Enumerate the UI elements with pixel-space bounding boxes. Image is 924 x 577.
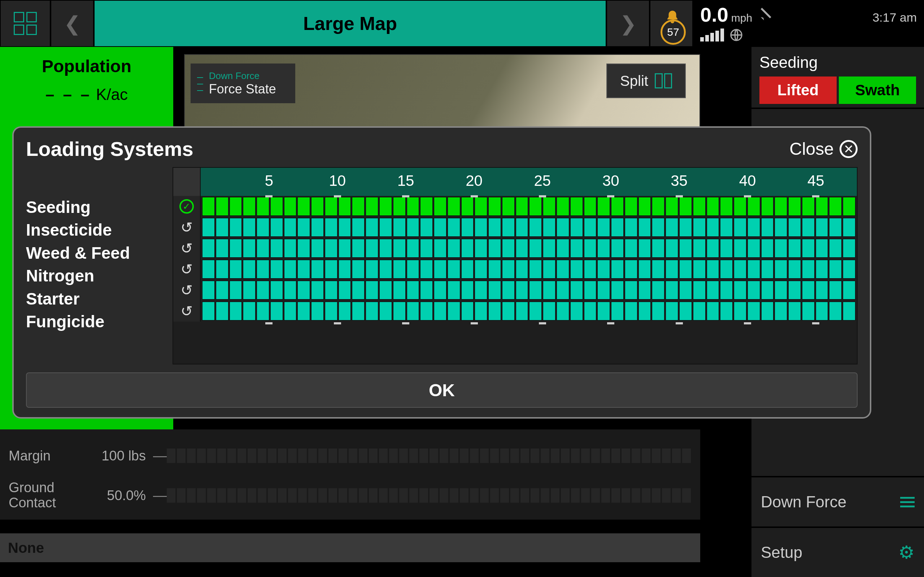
grid-cell [448,302,460,321]
grid-cell [584,260,597,279]
grid-cell [379,260,392,279]
system-label: Starter [26,288,170,310]
grid-cell [434,302,447,321]
grid-cell [502,302,515,321]
grid-cell [297,302,310,321]
grid-cell [407,218,419,237]
grid-cell [461,239,474,258]
grid-cell [339,281,351,300]
grid-cell [379,197,392,216]
grid-cell [774,260,787,279]
grid-cell [652,218,664,237]
grid-cell [516,197,529,216]
grid-cell [556,302,569,321]
grid-cell [243,218,256,237]
grid-cell [516,281,529,300]
grid-cell [761,281,774,300]
grid-cell [216,260,229,279]
column-header: 35 [671,172,688,189]
grid-cell [339,260,351,279]
grid-cell [693,218,706,237]
grid-cell [720,302,733,321]
grid-cell [516,260,529,279]
system-label: Insecticide [26,219,170,242]
grid-cell [693,302,706,321]
grid-cell [325,218,337,237]
close-button[interactable]: Close ✕ [789,139,858,159]
grid-cell [489,302,501,321]
grid-cell [843,281,855,300]
grid-cell [816,239,828,258]
grid-cell [748,281,760,300]
grid-cell [393,260,406,279]
grid-cell [502,218,515,237]
grid-cell [707,281,719,300]
grid-cell [816,218,828,237]
grid-cell [325,197,337,216]
grid-cell [788,218,801,237]
grid-cell [529,197,542,216]
column-header: 30 [602,172,619,189]
grid-cell [625,302,637,321]
grid-cell [611,302,624,321]
reload-icon: ↻ [173,217,201,238]
grid-cell [816,281,828,300]
grid-cell [339,218,351,237]
grid-cell [707,239,719,258]
reload-icon: ↻ [173,301,201,322]
grid-cell [679,260,692,279]
grid-cell [843,260,855,279]
system-label: Nitrogen [26,264,170,287]
grid-cell [734,239,747,258]
grid-cell [748,218,760,237]
grid-cell [243,281,256,300]
grid-cell [216,218,229,237]
reload-icon: ↻ [173,280,201,301]
grid-cell [407,281,419,300]
grid-cell [216,281,229,300]
grid-cell [297,197,310,216]
system-row: ✓ [173,196,857,217]
grid-cell [420,260,433,279]
grid-cell [270,239,283,258]
grid-cell [393,302,406,321]
modal-title: Loading Systems [26,137,194,161]
grid-cell [802,197,814,216]
grid-cell [407,197,419,216]
grid-cell [611,260,624,279]
grid-cell [407,239,419,258]
grid-cell [284,260,297,279]
grid-cell [475,239,487,258]
grid-cell [270,281,283,300]
grid-cell [666,239,678,258]
grid-cell [584,281,597,300]
grid-cell [379,281,392,300]
column-header: 20 [466,172,482,189]
loading-systems-modal: Loading Systems Close ✕ SeedingInsectici… [12,126,871,419]
grid-cell [352,218,364,237]
grid-cell [366,218,378,237]
grid-cell [652,260,664,279]
grid-cell [597,302,610,321]
grid-cell [639,218,651,237]
grid-cell [325,260,337,279]
grid-cell [625,281,637,300]
grid-cell [475,302,487,321]
grid-cell [679,281,692,300]
ok-button[interactable]: OK [26,372,858,408]
grid-cell [652,281,664,300]
grid-cell [379,302,392,321]
grid-cell [475,260,487,279]
grid-cell [570,197,583,216]
grid-cell [243,260,256,279]
grid-cell [788,302,801,321]
grid-cell [420,281,433,300]
grid-cell [202,302,215,321]
grid-cell [229,197,242,216]
grid-cell [570,260,583,279]
grid-cell [597,281,610,300]
grid-cell [639,260,651,279]
system-row: ↻ [173,238,857,259]
grid-cell [379,218,392,237]
system-row: ↻ [173,259,857,280]
